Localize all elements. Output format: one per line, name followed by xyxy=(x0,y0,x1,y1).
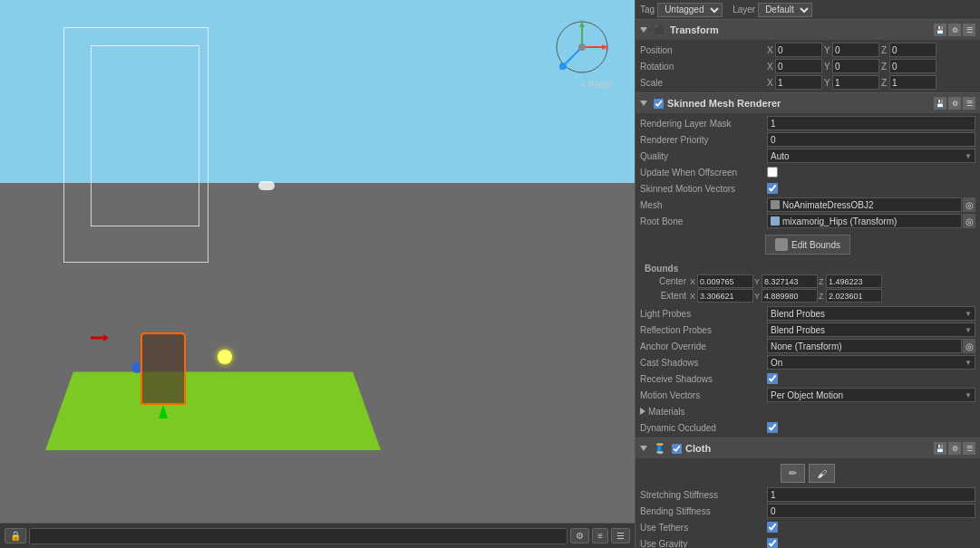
cloth-paint-btn[interactable]: 🖌 xyxy=(809,464,835,483)
layer-dropdown[interactable]: Default xyxy=(758,3,812,17)
scale-y-input[interactable] xyxy=(832,75,879,90)
smr-enabled-checkbox[interactable] xyxy=(654,99,664,109)
light-probes-dropdown[interactable]: Blend Probes ▼ xyxy=(767,306,975,321)
light-probes-label: Light Probes xyxy=(640,309,767,319)
inspector-panel: Tag Untagged Layer Default ⬛ Transform 💾… xyxy=(635,0,980,548)
smr-toggle-icon xyxy=(640,101,647,106)
update-offscreen-checkbox[interactable] xyxy=(767,167,778,178)
position-z-input[interactable] xyxy=(889,43,936,57)
light-probes-arrow: ▼ xyxy=(965,310,972,318)
bounds-extent-z-input[interactable] xyxy=(826,289,882,303)
renderer-priority-input[interactable] xyxy=(767,132,975,147)
use-tethers-checkbox[interactable] xyxy=(767,522,778,533)
bounds-extent-y-input[interactable] xyxy=(762,289,818,303)
cloth-save-btn[interactable]: 💾 xyxy=(934,442,946,455)
toolbar-lock-btn[interactable]: 🔒 xyxy=(5,528,26,543)
scene-cloud xyxy=(258,181,275,190)
quality-row: Quality Auto ▼ xyxy=(636,148,980,164)
bounds-center-x-input[interactable] xyxy=(697,274,753,288)
toolbar-settings-btn[interactable]: ⚙ xyxy=(570,528,589,543)
cloth-buttons-container: ✏ 🖌 xyxy=(636,460,980,486)
cloth-header[interactable]: 🧵 Cloth 💾 ⚙ ☰ xyxy=(636,438,980,458)
cast-shadows-dropdown[interactable]: On ▼ xyxy=(767,355,975,370)
scene-character[interactable] xyxy=(141,332,186,405)
smr-gear-btn[interactable]: ⚙ xyxy=(948,97,961,110)
scene-gizmo[interactable]: Y X Z xyxy=(553,18,612,77)
cloth-edit-constraints-btn[interactable]: ✏ xyxy=(781,464,805,483)
skinned-motion-vectors-checkbox[interactable] xyxy=(767,183,778,194)
smr-save-btn[interactable]: 💾 xyxy=(934,97,946,110)
reflection-probes-dropdown[interactable]: Blend Probes ▼ xyxy=(767,322,975,337)
bounds-extent-x-input[interactable] xyxy=(697,289,753,303)
cloth-gear-btn[interactable]: ⚙ xyxy=(948,442,961,455)
rotation-x-input[interactable] xyxy=(775,59,822,73)
cloth-enabled-checkbox[interactable] xyxy=(672,444,682,454)
root-bone-select-btn[interactable]: ◎ xyxy=(963,214,975,228)
smr-menu-btn[interactable]: ☰ xyxy=(963,97,975,110)
edit-bounds-button[interactable]: Edit Bounds xyxy=(765,235,850,255)
scene-panel: Y X Z < Persp 🔒 ⚙ ≡ ☰ xyxy=(0,0,635,548)
transform-save-btn[interactable]: 💾 xyxy=(934,24,946,36)
mesh-select-btn[interactable]: ◎ xyxy=(963,197,975,212)
rotation-z-input[interactable] xyxy=(889,59,936,73)
smr-header[interactable]: Skinned Mesh Renderer 💾 ⚙ ☰ xyxy=(636,93,980,113)
cloth-menu-btn[interactable]: ☰ xyxy=(963,442,975,455)
rotation-y-input[interactable] xyxy=(832,59,879,73)
renderer-priority-row: Renderer Priority xyxy=(636,131,980,148)
dynamic-occluded-checkbox[interactable] xyxy=(767,422,778,433)
motion-vectors-dropdown[interactable]: Per Object Motion ▼ xyxy=(767,388,975,402)
bounds-center-y-item: Y xyxy=(754,274,818,288)
bending-stiffness-input[interactable] xyxy=(767,504,975,518)
position-y-input[interactable] xyxy=(832,43,879,57)
scale-z-input[interactable] xyxy=(889,75,936,90)
reflection-probes-value: Blend Probes xyxy=(771,325,825,335)
use-gravity-checkbox[interactable] xyxy=(767,538,778,548)
edit-bounds-icon xyxy=(775,238,788,251)
bounds-extent-label: Extent xyxy=(640,291,690,301)
quality-dropdown[interactable]: Auto ▼ xyxy=(767,149,975,163)
smr-title: Skinned Mesh Renderer xyxy=(667,98,781,109)
cloth-icon: 🧵 xyxy=(654,443,666,455)
skinned-motion-vectors-row: Skinned Motion Vectors xyxy=(636,180,980,197)
transform-component: ⬛ Transform 💾 ⚙ ☰ Position X Y xyxy=(636,20,980,93)
svg-text:X: X xyxy=(605,44,609,51)
toolbar-layers-btn[interactable]: ≡ xyxy=(592,528,608,543)
transform-title: Transform xyxy=(670,24,719,35)
rotation-row: Rotation X Y Z xyxy=(636,58,980,74)
character-outline xyxy=(141,332,186,405)
cast-shadows-label: Cast Shadows xyxy=(640,358,767,368)
use-gravity-row: Use Gravity xyxy=(636,535,980,548)
reflection-probes-arrow: ▼ xyxy=(965,326,972,334)
cloth-actions: 💾 ⚙ ☰ xyxy=(934,442,975,455)
tag-dropdown[interactable]: Untagged xyxy=(657,3,723,17)
transform-menu-btn[interactable]: ☰ xyxy=(963,24,975,36)
bounds-center-z-input[interactable] xyxy=(826,274,882,288)
rendering-layer-mask-input[interactable] xyxy=(767,116,975,130)
rotation-label: Rotation xyxy=(640,62,767,72)
toolbar-extra-btn[interactable]: ☰ xyxy=(611,528,630,543)
bounds-center-y-input[interactable] xyxy=(762,274,818,288)
search-input[interactable] xyxy=(29,528,568,544)
root-bone-value: mixamorig_Hips (Transform) xyxy=(782,216,897,226)
cast-shadows-row: Cast Shadows On ▼ xyxy=(636,354,980,370)
anchor-override-field: None (Transform) xyxy=(767,339,962,353)
smr-actions: 💾 ⚙ ☰ xyxy=(934,97,975,110)
anchor-override-select-btn[interactable]: ◎ xyxy=(963,339,975,353)
bounds-extent-x-item: X xyxy=(690,289,753,303)
position-x-input[interactable] xyxy=(775,43,822,57)
stretching-stiffness-input[interactable] xyxy=(767,487,975,502)
bounds-extent-row: Extent X Y Z xyxy=(640,289,975,303)
position-row: Position X Y Z xyxy=(636,42,980,58)
bounds-section: Bounds Center X Y xyxy=(636,260,980,305)
receive-shadows-checkbox[interactable] xyxy=(767,373,778,384)
cloth-toggle-icon xyxy=(640,446,647,451)
transform-header[interactable]: ⬛ Transform 💾 ⚙ ☰ xyxy=(636,20,980,40)
scene-wireframe-boxes xyxy=(63,27,245,281)
use-gravity-label: Use Gravity xyxy=(640,539,767,549)
scene-floor-plane xyxy=(45,371,381,450)
mesh-icon xyxy=(771,200,780,209)
scale-x-input[interactable] xyxy=(775,75,822,90)
transform-gear-btn[interactable]: ⚙ xyxy=(948,24,961,36)
anchor-override-value: None (Transform) xyxy=(771,341,842,351)
scene-canvas[interactable]: Y X Z < Persp xyxy=(0,0,635,523)
